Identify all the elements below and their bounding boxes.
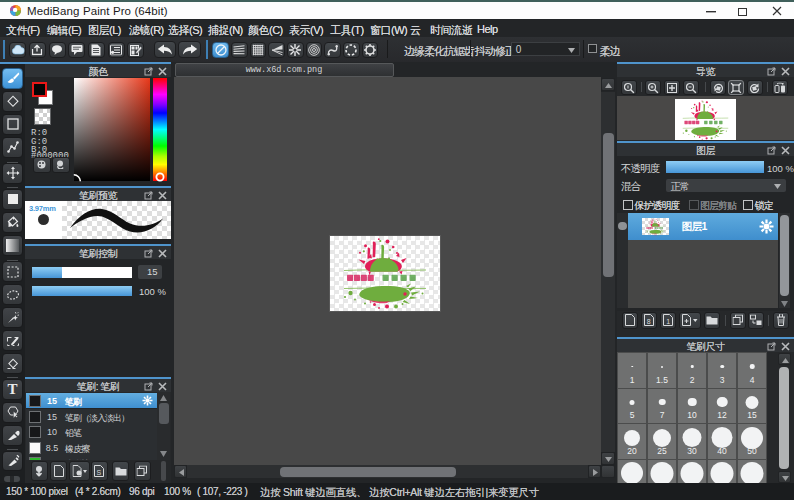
svg-text:S: S	[97, 469, 102, 476]
svg-text:8: 8	[647, 318, 651, 325]
svg-text:1: 1	[666, 318, 670, 325]
